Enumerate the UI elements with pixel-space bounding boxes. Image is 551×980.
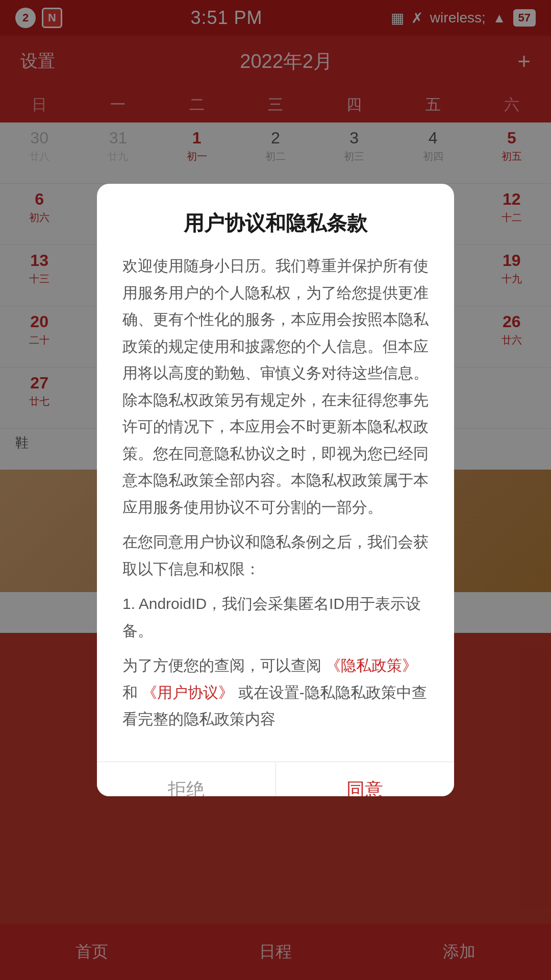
readmore-middle: 和 (122, 684, 142, 701)
dialog-paragraph-1: 欢迎使用随身小日历。我们尊重并保护所有使用服务用户的个人隐私权，为了给您提供更准… (122, 253, 429, 521)
reject-button[interactable]: 拒绝 (97, 762, 276, 797)
dialog-readmore: 为了方便您的查阅，可以查阅 《隐私政策》 和 《用户协议》 或在设置-隐私隐私政… (122, 652, 429, 733)
agree-button[interactable]: 同意 (276, 762, 455, 797)
readmore-prefix: 为了方便您的查阅，可以查阅 (122, 657, 325, 674)
dialog-title: 用户协议和隐私条款 (97, 184, 454, 253)
dialog-paragraph-2: 在您同意用户协议和隐私条例之后，我们会获取以下信息和权限： (122, 529, 429, 582)
user-agreement-link[interactable]: 《用户协议》 (142, 684, 234, 701)
dialog-paragraph-3: 1. AndroidID，我们会采集匿名ID用于表示设备。 (122, 591, 429, 644)
dialog-actions: 拒绝 同意 (97, 762, 454, 797)
privacy-policy-link[interactable]: 《隐私政策》 (325, 657, 417, 674)
dialog-overlay: 用户协议和隐私条款 欢迎使用随身小日历。我们尊重并保护所有使用服务用户的个人隐私… (0, 0, 551, 980)
dialog-body: 欢迎使用随身小日历。我们尊重并保护所有使用服务用户的个人隐私权，为了给您提供更准… (97, 253, 454, 762)
privacy-dialog: 用户协议和隐私条款 欢迎使用随身小日历。我们尊重并保护所有使用服务用户的个人隐私… (97, 184, 454, 796)
